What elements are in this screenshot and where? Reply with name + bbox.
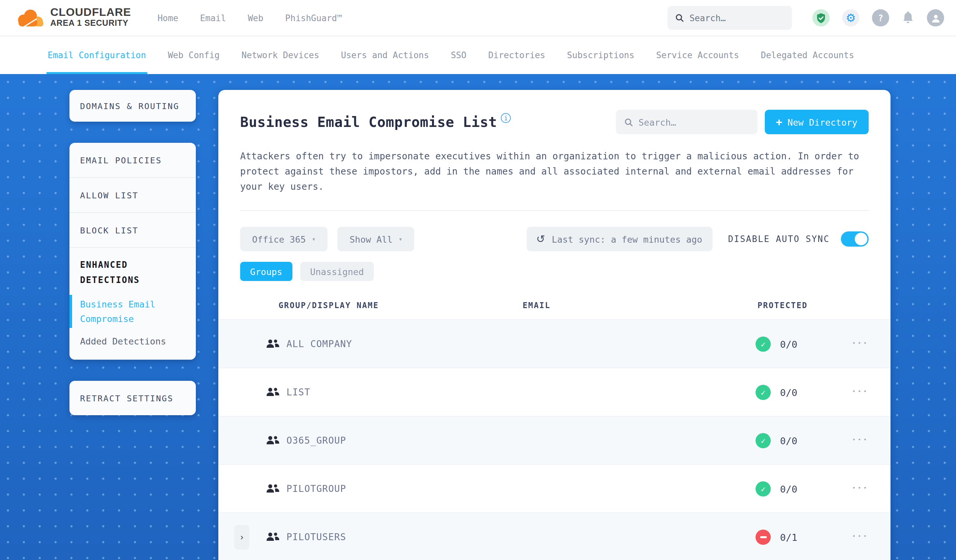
cloudflare-cloud-icon xyxy=(14,8,46,29)
column-header-name: GROUP/DISPLAY NAME xyxy=(278,301,379,310)
group-people-icon xyxy=(266,435,280,446)
column-header-email: EMAIL xyxy=(523,301,550,310)
row-menu-ellipsis-icon[interactable]: ••• xyxy=(852,436,869,443)
group-name: PILOTGROUP xyxy=(286,483,346,494)
group-people-icon xyxy=(266,532,280,543)
groups-table: GROUP/DISPLAY NAME EMAIL PROTECTED ALL C… xyxy=(219,293,890,560)
caret-down-icon: ▾ xyxy=(399,235,403,243)
workspace-background: DOMAINS & ROUTING EMAIL POLICIES ALLOW L… xyxy=(0,74,956,560)
auto-sync-label: DISABLE AUTO SYNC xyxy=(728,234,830,244)
row-menu-ellipsis-icon[interactable]: ••• xyxy=(852,388,869,395)
sidebar-item-enhanced-detections[interactable]: ENHANCED DETECTIONS xyxy=(80,258,185,288)
sidebar: DOMAINS & ROUTING EMAIL POLICIES ALLOW L… xyxy=(69,90,196,415)
search-icon xyxy=(676,13,683,22)
protected-count: 0/0 xyxy=(780,387,797,398)
caret-down-icon: ▾ xyxy=(312,235,316,243)
tab-delegated-accounts[interactable]: Delegated Accounts xyxy=(761,36,854,74)
primary-nav-item-phishguard[interactable]: PhishGuard™ xyxy=(285,13,342,23)
sidebar-item-domains-routing[interactable]: DOMAINS & ROUTING xyxy=(69,90,196,122)
list-search[interactable] xyxy=(616,110,757,134)
info-icon[interactable]: i xyxy=(501,113,511,123)
table-row[interactable]: ALL COMPANY ✓ 0/0 ••• xyxy=(219,319,890,368)
last-sync-button[interactable]: ↺ Last sync: a few minutes ago xyxy=(526,227,712,251)
expand-chevron-icon[interactable]: › xyxy=(234,525,249,549)
sidebar-item-allow-list[interactable]: ALLOW LIST xyxy=(69,178,196,213)
tab-directories[interactable]: Directories xyxy=(488,36,545,74)
tab-users-and-actions[interactable]: Users and Actions xyxy=(341,36,429,74)
tab-service-accounts[interactable]: Service Accounts xyxy=(656,36,739,74)
sidebar-item-added-detections[interactable]: Added Detections xyxy=(80,336,185,347)
sidebar-item-retract-settings[interactable]: RETRACT SETTINGS xyxy=(69,381,196,415)
group-people-icon xyxy=(266,339,280,350)
protected-status-badge xyxy=(756,530,771,545)
protected-count: 0/0 xyxy=(780,484,797,494)
user-avatar[interactable] xyxy=(927,9,944,27)
search-icon xyxy=(624,118,632,127)
protected-status-badge: ✓ xyxy=(756,337,771,352)
global-search[interactable] xyxy=(668,6,792,30)
security-status-icon[interactable] xyxy=(813,9,830,27)
column-header-protected: PROTECTED xyxy=(758,301,808,310)
notifications-bell-icon[interactable] xyxy=(902,11,914,25)
global-search-input[interactable] xyxy=(689,13,784,23)
row-menu-ellipsis-icon[interactable]: ••• xyxy=(852,340,869,347)
plus-icon: + xyxy=(776,115,782,128)
group-name: ALL COMPANY xyxy=(286,339,352,349)
table-row[interactable]: › PILOTUSERS 0/1 ••• xyxy=(219,512,890,560)
row-menu-ellipsis-icon[interactable]: ••• xyxy=(852,485,869,491)
tab-email-configuration[interactable]: Email Configuration xyxy=(48,36,146,74)
auto-sync-toggle[interactable] xyxy=(841,231,869,246)
protected-status-badge: ✓ xyxy=(756,481,771,497)
primary-nav-item-home[interactable]: Home xyxy=(157,13,178,23)
tab-subscriptions[interactable]: Subscriptions xyxy=(567,36,634,74)
list-search-input[interactable] xyxy=(638,117,748,127)
primary-nav: Home Email Web PhishGuard™ xyxy=(157,13,342,23)
new-directory-button[interactable]: + New Directory xyxy=(764,110,869,134)
tab-web-config[interactable]: Web Config xyxy=(168,36,220,74)
sidebar-item-email-policies[interactable]: EMAIL POLICIES xyxy=(69,143,196,178)
primary-nav-item-web[interactable]: Web xyxy=(248,13,263,23)
page-title: Business Email Compromise List xyxy=(240,114,497,130)
tab-sso[interactable]: SSO xyxy=(451,36,466,74)
tab-network-devices[interactable]: Network Devices xyxy=(242,36,319,74)
protected-count: 0/0 xyxy=(780,436,797,446)
group-name: LIST xyxy=(286,387,310,397)
protected-count: 0/1 xyxy=(780,532,797,543)
tab-unassigned[interactable]: Unassigned xyxy=(300,262,374,281)
sidebar-item-block-list[interactable]: BLOCK LIST xyxy=(69,213,196,248)
group-name: PILOTUSERS xyxy=(286,532,346,542)
row-menu-ellipsis-icon[interactable]: ••• xyxy=(852,533,869,540)
group-people-icon xyxy=(266,387,280,398)
settings-gear-icon[interactable]: ⚙ xyxy=(842,9,859,27)
page-description: Attackers often try to impersonate execu… xyxy=(240,149,869,195)
protected-count: 0/0 xyxy=(780,339,797,350)
table-row[interactable]: O365_GROUP ✓ 0/0 ••• xyxy=(219,416,890,464)
table-row[interactable]: PILOTGROUP ✓ 0/0 ••• xyxy=(219,464,890,512)
group-people-icon xyxy=(266,483,280,494)
protected-status-badge: ✓ xyxy=(756,385,771,400)
sidebar-item-business-email-compromise[interactable]: Business Email Compromise xyxy=(80,296,185,326)
refresh-icon: ↺ xyxy=(536,233,545,245)
brand-name: CLOUDFLARE xyxy=(50,6,131,19)
top-header: CLOUDFLARE AREA 1 SECURITY Home Email We… xyxy=(0,0,956,36)
table-row[interactable]: LIST ✓ 0/0 ••• xyxy=(219,368,890,416)
show-filter-select[interactable]: Show All ▾ xyxy=(338,227,415,251)
app-window: CLOUDFLARE AREA 1 SECURITY Home Email We… xyxy=(0,0,956,560)
main-panel: Business Email Compromise List i + Ne xyxy=(219,90,890,560)
tab-groups[interactable]: Groups xyxy=(240,262,292,281)
group-name: O365_GROUP xyxy=(286,435,346,445)
cloudflare-logo[interactable]: CLOUDFLARE AREA 1 SECURITY xyxy=(14,6,131,29)
divider xyxy=(240,210,869,211)
protected-status-badge: ✓ xyxy=(756,433,771,448)
directory-select[interactable]: Office 365 ▾ xyxy=(240,227,328,251)
primary-nav-item-email[interactable]: Email xyxy=(200,13,226,23)
last-sync-text: Last sync: a few minutes ago xyxy=(552,234,702,244)
help-icon[interactable]: ? xyxy=(872,9,889,27)
section-tabs: Email Configuration Web Config Network D… xyxy=(0,36,956,74)
brand-product: AREA 1 SECURITY xyxy=(50,19,131,28)
